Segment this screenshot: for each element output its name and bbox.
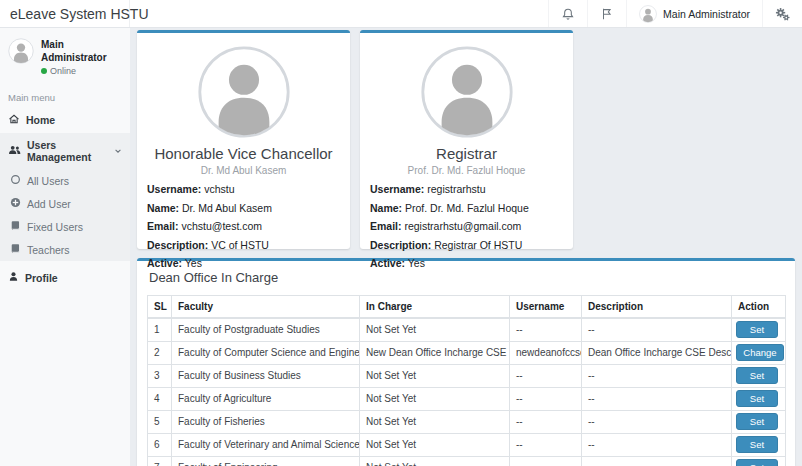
app-window: eLeave System HSTU: [0, 0, 802, 466]
circle-icon: [10, 174, 21, 187]
table-header-row: SL Faculty In Charge Username Descriptio…: [148, 296, 786, 319]
registrar-card-title: Registrar: [360, 145, 573, 162]
dean-office-table: SL Faculty In Charge Username Descriptio…: [147, 295, 786, 466]
notifications-button[interactable]: [548, 0, 587, 27]
registrar-avatar: [420, 45, 514, 139]
field-label: Email:: [147, 220, 179, 232]
user-menu[interactable]: Main Administrator: [626, 0, 762, 27]
table-row: 4 Faculty of Agriculture Not Set Yet -- …: [148, 387, 786, 410]
book-icon: [10, 220, 21, 233]
sidebar-item-fixed-users-label: Fixed Users: [27, 221, 83, 233]
change-button[interactable]: Change: [736, 344, 784, 361]
cell-sl: 4: [148, 387, 172, 410]
online-status-dot: [41, 68, 47, 74]
sidebar-user-panel: Main Administrator Online: [0, 36, 130, 84]
bell-icon: [561, 7, 575, 21]
registrar-username-field: Username: registrarhstu: [370, 183, 563, 196]
brand-box[interactable]: eLeave System HSTU: [0, 0, 130, 27]
table-row: 6 Faculty of Veterinary and Animal Scien…: [148, 433, 786, 456]
cell-username: --: [510, 387, 582, 410]
dean-office-card: Dean Office In Charge SL Faculty In Char…: [137, 258, 795, 466]
set-button[interactable]: Set: [736, 436, 778, 453]
cell-username: --: [510, 318, 582, 341]
vc-description-field: Description: VC of HSTU: [147, 239, 340, 252]
field-value: Registrar Of HSTU: [434, 239, 522, 251]
vc-name-field: Name: Dr. Md Abul Kasem: [147, 202, 340, 215]
field-label: Name:: [147, 202, 179, 214]
field-value: Yes: [408, 257, 425, 269]
sidebar: Main Administrator Online Main menu: [0, 28, 130, 466]
set-button[interactable]: Set: [736, 367, 778, 384]
cell-description: --: [582, 364, 732, 387]
set-button[interactable]: Set: [736, 413, 778, 430]
sidebar-item-fixed-users[interactable]: Fixed Users: [0, 215, 130, 238]
table-row: 5 Faculty of Fisheries Not Set Yet -- --…: [148, 410, 786, 433]
col-faculty: Faculty: [172, 296, 360, 319]
sidebar-item-all-users[interactable]: All Users: [0, 169, 130, 192]
field-value: Dr. Md Abul Kasem: [182, 202, 272, 214]
table-row: 7 Faculty of Engineering Not Set Yet -- …: [148, 456, 786, 466]
sidebar-section-label: Main menu: [0, 84, 130, 107]
col-username: Username: [510, 296, 582, 319]
cell-in-charge: Not Set Yet: [360, 410, 510, 433]
navbar-user-name: Main Administrator: [663, 8, 750, 20]
cell-in-charge: Not Set Yet: [360, 318, 510, 341]
table-row: 1 Faculty of Postgraduate Studies Not Se…: [148, 318, 786, 341]
flag-button[interactable]: [587, 0, 626, 27]
plus-circle-icon: [10, 197, 21, 210]
sidebar-item-profile[interactable]: Profile: [0, 265, 130, 290]
users-management-group: Users Management All Users: [0, 133, 130, 261]
set-button[interactable]: Set: [736, 321, 778, 338]
vc-card-title: Honorable Vice Chancellor: [137, 145, 350, 162]
cell-in-charge: Not Set Yet: [360, 456, 510, 466]
sidebar-item-teachers[interactable]: Teachers: [0, 238, 130, 261]
field-label: Email:: [370, 220, 402, 232]
vc-card-subtitle: Dr. Md Abul Kasem: [137, 165, 350, 176]
set-button[interactable]: Set: [736, 390, 778, 407]
field-value: registrarhstu@gmail.com: [404, 220, 521, 232]
sidebar-item-teachers-label: Teachers: [27, 244, 70, 256]
cell-description: Dean Office Incharge CSE Description: [582, 341, 732, 364]
sidebar-item-users-management[interactable]: Users Management: [0, 133, 130, 169]
flag-icon: [600, 7, 614, 21]
cell-sl: 1: [148, 318, 172, 341]
cell-username: --: [510, 433, 582, 456]
vc-active-field: Active: Yes: [147, 257, 340, 270]
main-content: Honorable Vice Chancellor Dr. Md Abul Ka…: [130, 28, 802, 466]
cell-faculty: Faculty of Postgraduate Studies: [172, 318, 360, 341]
cell-in-charge: New Dean Office Incharge CSE Name: [360, 341, 510, 364]
col-description: Description: [582, 296, 732, 319]
sidebar-item-home-label: Home: [26, 114, 55, 126]
field-label: Username:: [147, 183, 201, 195]
cell-faculty: Faculty of Business Studies: [172, 364, 360, 387]
cell-in-charge: Not Set Yet: [360, 433, 510, 456]
app-title: eLeave System HSTU: [10, 6, 149, 22]
sidebar-item-all-users-label: All Users: [27, 175, 69, 187]
vc-profile-card: Honorable Vice Chancellor Dr. Md Abul Ka…: [137, 30, 350, 249]
cell-in-charge: Not Set Yet: [360, 387, 510, 410]
registrar-active-field: Active: Yes: [370, 257, 563, 270]
profile-cards-row: Honorable Vice Chancellor Dr. Md Abul Ka…: [137, 30, 795, 249]
vc-avatar: [197, 45, 291, 139]
col-sl: SL: [148, 296, 172, 319]
cell-faculty: Faculty of Veterinary and Animal Science: [172, 433, 360, 456]
sidebar-item-home[interactable]: Home: [0, 107, 130, 133]
book-icon: [10, 243, 21, 256]
user-avatar-icon: [639, 5, 657, 23]
settings-button[interactable]: [762, 0, 802, 27]
cell-sl: 3: [148, 364, 172, 387]
sidebar-avatar: [8, 38, 34, 64]
sidebar-item-add-user[interactable]: Add User: [0, 192, 130, 215]
sidebar-user-name: Main Administrator: [41, 39, 122, 64]
sidebar-item-add-user-label: Add User: [27, 198, 71, 210]
users-icon: [8, 144, 21, 158]
sidebar-user-status: Online: [41, 66, 122, 76]
cell-sl: 5: [148, 410, 172, 433]
col-action: Action: [732, 296, 786, 319]
navbar-right: Main Administrator: [548, 0, 802, 27]
cell-username: --: [510, 364, 582, 387]
cell-description: --: [582, 456, 732, 466]
registrar-description-field: Description: Registrar Of HSTU: [370, 239, 563, 252]
cell-faculty: Faculty of Engineering: [172, 456, 360, 466]
set-button[interactable]: Set: [736, 459, 778, 466]
